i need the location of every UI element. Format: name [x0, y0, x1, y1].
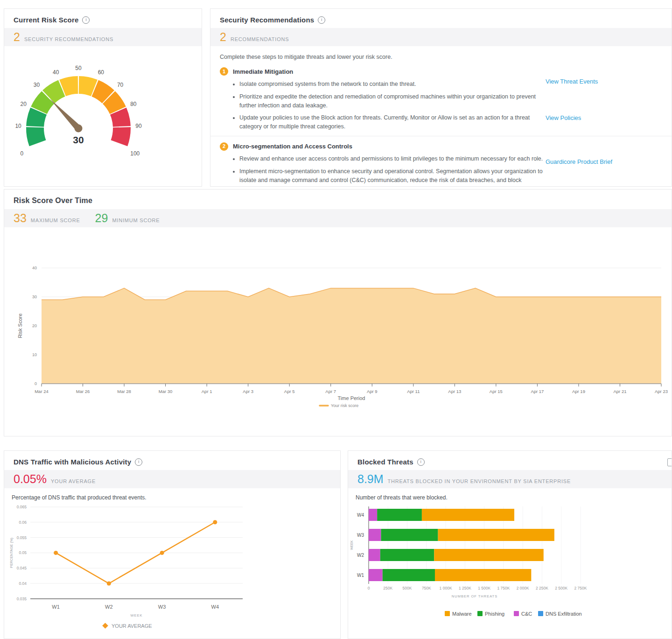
svg-text:Apr 3: Apr 3: [243, 389, 253, 394]
risk-gauge-chart: 010203040506070809010030: [4, 46, 202, 183]
stat-value: 2: [220, 30, 226, 44]
stat-label: SECURITY RECOMMENDATIONS: [24, 36, 113, 42]
stat-band: 2 RECOMMENDATIONS: [210, 28, 672, 46]
svg-text:Apr 1: Apr 1: [202, 389, 212, 394]
svg-text:0.065: 0.065: [17, 505, 27, 509]
step-title: Micro-segmentation and Access Controls: [233, 142, 352, 151]
link-view-threat-events[interactable]: View Threat Events: [546, 78, 598, 85]
risk-score-area-chart: 010203040Mar 24Mar 26Mar 28Mar 30Apr 1Ap…: [4, 227, 672, 434]
svg-text:80: 80: [130, 100, 137, 107]
stat-band: 2 SECURITY RECOMMENDATIONS: [4, 28, 202, 46]
bullet-item: Prioritize and expedite the detection an…: [239, 92, 545, 110]
security-dashboard: Current Risk Score i 2 SECURITY RECOMMEN…: [0, 0, 672, 639]
dns-traffic-line-chart: 0.0350.040.0450.050.0550.060.065W1W2W3W4…: [4, 501, 340, 634]
svg-text:NUMBER OF THREATS: NUMBER OF THREATS: [452, 594, 497, 598]
svg-text:0.06: 0.06: [19, 520, 27, 525]
svg-text:30: 30: [73, 134, 84, 145]
svg-text:Apr 23: Apr 23: [655, 389, 668, 394]
svg-text:10: 10: [32, 352, 37, 357]
svg-text:DNS Exfiltration: DNS Exfiltration: [546, 611, 582, 617]
recommendation-step-heading: 1Immediate Mitigation: [220, 67, 662, 77]
panel-header: Risk Score Over Time: [4, 190, 672, 209]
info-icon[interactable]: i: [318, 16, 325, 24]
panel-header: Blocked Threats i: [348, 451, 672, 470]
risk-score-over-time-panel: Risk Score Over Time 33 MAXIMUM SCORE 29…: [4, 189, 672, 436]
min-score-value: 29: [95, 211, 108, 225]
blocked-threats-description: Number of threats that were blocked.: [348, 488, 672, 501]
svg-text:0.045: 0.045: [17, 566, 27, 570]
svg-text:W3: W3: [357, 532, 364, 537]
svg-text:40: 40: [32, 266, 37, 270]
svg-text:WEEK: WEEK: [350, 540, 353, 550]
svg-text:10: 10: [15, 123, 21, 129]
panel-header: Security Recommendations i: [210, 9, 672, 28]
svg-text:Mar 24: Mar 24: [35, 389, 49, 394]
security-recommendations-title: Security Recommendations: [220, 16, 314, 24]
bullet-item: Isolate compromised systems from the net…: [239, 80, 545, 89]
link-guardicore-product-brief[interactable]: Guardicore Product Brief: [546, 158, 612, 165]
svg-text:Apr 11: Apr 11: [407, 389, 420, 394]
svg-text:30: 30: [32, 295, 37, 299]
current-risk-score-title: Current Risk Score: [14, 16, 78, 24]
svg-text:0: 0: [368, 586, 370, 590]
blocked-threats-label: THREATS BLOCKED IN YOUR ENVIRONMENT BY S…: [388, 478, 571, 484]
svg-text:Time Period: Time Period: [338, 395, 365, 401]
dns-average-value: 0.05%: [14, 472, 47, 486]
blocked-threats-panel: Blocked Threats i 8.9M THREATS BLOCKED I…: [348, 450, 672, 639]
svg-text:2 750K: 2 750K: [574, 586, 587, 590]
panel-header: DNS Traffic with Malicious Activity i: [4, 451, 340, 470]
svg-text:70: 70: [117, 82, 124, 88]
min-score-label: MINIMUM SCORE: [112, 218, 160, 223]
svg-text:W4: W4: [357, 512, 364, 517]
info-icon[interactable]: i: [135, 458, 142, 466]
svg-text:2 250K: 2 250K: [536, 586, 548, 590]
info-icon[interactable]: i: [82, 16, 90, 24]
bullet-item: Review and enhance user access controls …: [239, 154, 545, 163]
svg-text:Mar 30: Mar 30: [159, 389, 173, 394]
svg-text:20: 20: [20, 100, 27, 107]
blocked-threats-title: Blocked Threats: [357, 458, 413, 466]
info-icon[interactable]: i: [417, 458, 425, 466]
max-score-value: 33: [14, 211, 27, 225]
svg-text:Risk Score: Risk Score: [17, 313, 23, 338]
step-title: Immediate Mitigation: [233, 67, 293, 77]
svg-text:Apr 13: Apr 13: [448, 389, 461, 394]
svg-text:0.035: 0.035: [17, 597, 27, 601]
svg-text:60: 60: [98, 69, 105, 76]
recommendations-body: Complete these steps to mitigate threats…: [210, 46, 672, 187]
svg-text:Your risk score: Your risk score: [331, 403, 358, 408]
stat-band: 33 MAXIMUM SCORE 29 MINIMUM SCORE: [4, 209, 672, 227]
stat-value: 2: [14, 30, 20, 44]
svg-text:W2: W2: [105, 604, 113, 610]
svg-text:20: 20: [32, 323, 37, 328]
max-score-label: MAXIMUM SCORE: [31, 218, 80, 223]
svg-text:Mar 28: Mar 28: [117, 389, 131, 394]
svg-text:1 500K: 1 500K: [478, 586, 490, 590]
panel-header: Current Risk Score i: [4, 9, 202, 28]
stat-band: 8.9M THREATS BLOCKED IN YOUR ENVIRONMENT…: [348, 470, 672, 488]
svg-text:YOUR AVERAGE: YOUR AVERAGE: [112, 623, 152, 629]
svg-text:0.055: 0.055: [17, 535, 27, 540]
svg-text:Apr 7: Apr 7: [325, 389, 336, 394]
blocked-threats-bar-chart: 0250K500K750K1 000K1 250K1 500K1 750K2 0…: [348, 501, 672, 634]
svg-text:750K: 750K: [422, 586, 431, 590]
step-bullets: Review and enhance user access controls …: [233, 154, 545, 187]
svg-text:Apr 5: Apr 5: [284, 389, 295, 394]
svg-text:0: 0: [20, 150, 23, 157]
link-view-policies[interactable]: View Policies: [546, 114, 581, 121]
svg-text:0: 0: [35, 381, 37, 386]
svg-text:30: 30: [34, 82, 40, 88]
expand-icon[interactable]: [667, 458, 672, 466]
bullet-item: Implement micro-segmentation to enhance …: [239, 167, 545, 187]
svg-text:90: 90: [135, 123, 142, 129]
svg-text:1 250K: 1 250K: [459, 586, 471, 590]
svg-text:Apr 17: Apr 17: [531, 389, 544, 394]
step-bullets: Isolate compromised systems from the net…: [233, 80, 545, 131]
svg-text:1 750K: 1 750K: [497, 586, 510, 590]
step-number-badge: 1: [220, 67, 228, 76]
current-risk-score-panel: Current Risk Score i 2 SECURITY RECOMMEN…: [4, 8, 202, 187]
recommendation-step-heading: 2Micro-segmentation and Access Controls: [220, 142, 662, 151]
svg-text:Apr 21: Apr 21: [613, 389, 626, 394]
svg-text:0.04: 0.04: [19, 581, 27, 586]
svg-text:W1: W1: [357, 572, 364, 577]
